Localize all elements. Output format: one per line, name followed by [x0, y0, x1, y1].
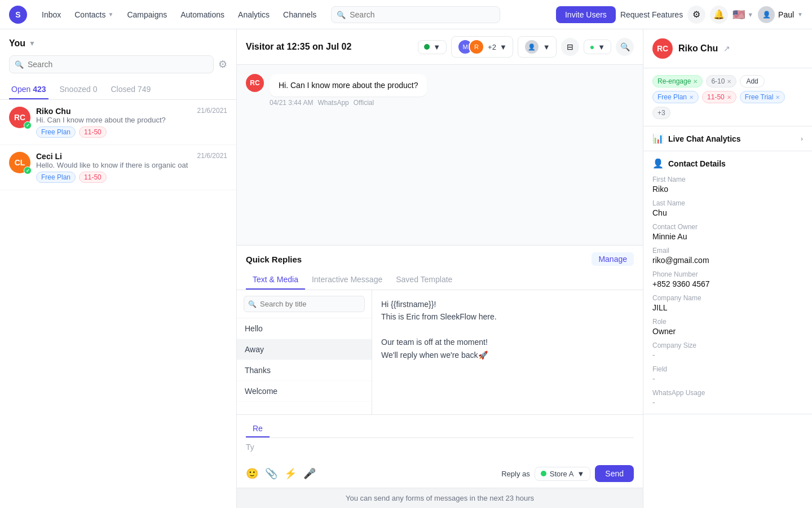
qr-tab-saved-template[interactable]: Saved Template — [389, 270, 459, 290]
owner-chip[interactable]: 👤 ▼ — [518, 36, 557, 58]
reply-tab-re[interactable]: Re — [246, 421, 270, 437]
store-selector[interactable]: Store A ▼ — [535, 467, 591, 481]
user-menu[interactable]: 👤 Paul ▼ — [758, 6, 803, 23]
nav-contacts[interactable]: Contacts ▼ — [69, 7, 119, 23]
store-dot-icon — [541, 471, 546, 476]
sidebar-search-input[interactable] — [9, 55, 214, 73]
field-email: Email riko@gmail.com — [652, 247, 803, 265]
conversation-tags: Free Plan 11-50 — [36, 172, 227, 183]
qr-tab-text-media[interactable]: Text & Media — [246, 270, 305, 290]
tag-free-trial[interactable]: Free Trial ✕ — [740, 91, 785, 103]
nav-right-actions: Invite Users Request Features ⚙ 🔔 🇺🇸 ▼ 👤… — [556, 6, 803, 24]
search-icon: 🔍 — [337, 10, 346, 19]
avatar-stack: M R — [457, 39, 484, 55]
analytics-icon: 📊 — [652, 133, 664, 144]
channel-chip[interactable]: ● ▼ — [584, 40, 611, 54]
channel-chevron: ▼ — [598, 43, 605, 51]
nav-automations[interactable]: Automations — [175, 7, 230, 23]
reply-area: Re Ty 🙂 📎 ⚡ 🎤 Reply as Store A ▼ — [237, 414, 643, 488]
attachment-icon[interactable]: 📎 — [265, 467, 277, 480]
assignee-avatar: R — [469, 39, 484, 55]
lightning-icon[interactable]: ⚡ — [284, 467, 297, 480]
emoji-icon[interactable]: 🙂 — [246, 467, 258, 480]
user-avatar: 👤 — [758, 6, 775, 23]
invite-users-button[interactable]: Invite Users — [556, 6, 616, 23]
quick-replies-search-input[interactable] — [244, 296, 365, 312]
tab-snoozed[interactable]: Snoozed 0 — [58, 80, 100, 99]
owner-avatar: 👤 — [524, 39, 540, 55]
send-button[interactable]: Send — [595, 465, 634, 482]
sidebar-header-chevron: ▼ — [29, 40, 36, 47]
message-meta: 04/21 3:44 AM WhatsApp Official — [270, 99, 427, 107]
tag-re-engage[interactable]: Re-engage ✕ — [652, 75, 703, 87]
tab-open[interactable]: Open 423 — [9, 80, 48, 99]
assignee-chip[interactable]: M R +2 ▼ — [451, 36, 513, 58]
nav-campaigns[interactable]: Campaigns — [121, 7, 173, 23]
filter-button[interactable]: ⊟ — [561, 38, 579, 56]
contact-details-label: Contact Details — [668, 159, 726, 168]
nav-inbox[interactable]: Inbox — [36, 7, 67, 23]
contact-details-title[interactable]: 👤 Contact Details — [652, 158, 803, 169]
conversation-item[interactable]: RC ✓ Riko Chu 21/6/2021 Hi. Can I know m… — [0, 100, 236, 145]
reply-footer: 🙂 📎 ⚡ 🎤 Reply as Store A ▼ Send — [246, 465, 634, 482]
conversation-list: RC ✓ Riko Chu 21/6/2021 Hi. Can I know m… — [0, 100, 236, 508]
live-chat-analytics-title[interactable]: 📊 Live Chat Analytics › — [652, 133, 803, 144]
quick-reply-item-welcome[interactable]: Welcome — [237, 381, 372, 402]
manage-quick-replies-button[interactable]: Manage — [592, 252, 634, 266]
conversation-avatar: CL ✓ — [9, 152, 30, 173]
tag-more[interactable]: +3 — [652, 107, 670, 119]
message-text: Hi. Can I know more about the product? — [279, 81, 418, 90]
settings-icon-button[interactable]: ⚙ — [687, 6, 705, 24]
conversations-sidebar: You ▼ 🔍 ⚙ Open 423 Snoozed 0 Closed 749 … — [0, 29, 237, 508]
analytics-label: Live Chat Analytics — [668, 134, 741, 143]
field-company-name: Company Name JILL — [652, 294, 803, 312]
message-avatar: RC — [246, 74, 264, 92]
nav-links: Inbox Contacts ▼ Campaigns Automations A… — [36, 7, 322, 23]
conversation-info: Ceci Li 21/6/2021 Hello. Would like to k… — [36, 152, 227, 183]
quick-reply-item-thanks[interactable]: Thanks — [237, 360, 372, 381]
quick-replies-list: 🔍 Hello Away Thanks Welcome — [237, 290, 372, 414]
quick-reply-item[interactable]: Hello — [237, 318, 372, 339]
owner-chevron: ▼ — [543, 43, 550, 51]
sidebar-header[interactable]: You ▼ — [0, 29, 236, 49]
add-tag-button[interactable]: Add — [740, 75, 764, 87]
contact-details-fields: First Name Riko Last Name Chu Contact Ow… — [652, 169, 803, 407]
message-search-button[interactable]: 🔍 — [616, 38, 634, 56]
assignee-chevron: ▼ — [500, 43, 507, 51]
tab-closed[interactable]: Closed 749 — [108, 80, 153, 99]
sidebar-search-area: 🔍 ⚙ — [0, 49, 236, 80]
language-selector[interactable]: 🇺🇸 ▼ — [732, 8, 753, 21]
conversation-date: 21/6/2021 — [197, 107, 227, 116]
tag-free-plan[interactable]: Free Plan ✕ — [652, 91, 699, 103]
analytics-arrow: › — [801, 135, 803, 143]
tag-6-10[interactable]: 6-10 ✕ — [706, 75, 736, 87]
reply-tabs: Re — [246, 421, 634, 438]
conversation-date: 21/6/2021 — [197, 152, 227, 161]
assignee-count: +2 — [488, 43, 496, 51]
user-menu-chevron: ▼ — [797, 11, 803, 17]
request-features-button[interactable]: Request Features — [620, 10, 683, 19]
tag-free-plan: Free Plan — [36, 126, 76, 138]
audio-icon[interactable]: 🎤 — [303, 467, 316, 480]
tag-11-50[interactable]: 11-50 ✕ — [702, 91, 736, 103]
nav-analytics[interactable]: Analytics — [232, 7, 275, 23]
quick-reply-item-away[interactable]: Away — [237, 339, 372, 360]
nav-channels[interactable]: Channels — [277, 7, 322, 23]
qr-tab-interactive[interactable]: Interactive Message — [305, 270, 389, 290]
field-company-size: Company Size - — [652, 341, 803, 360]
message-channel: WhatsApp — [317, 99, 348, 107]
conversation-item[interactable]: CL ✓ Ceci Li 21/6/2021 Hello. Would like… — [0, 145, 236, 190]
whatsapp-badge-icon: ✓ — [24, 121, 32, 129]
contact-name: Riko Chu — [678, 43, 718, 54]
message-date: 04/21 3:44 AM — [270, 99, 313, 107]
notifications-icon-button[interactable]: 🔔 — [710, 6, 728, 24]
external-link-icon[interactable]: ↗ — [723, 44, 730, 53]
tag-free-plan: Free Plan — [36, 172, 76, 183]
conversation-preview: Hi. Can I know more about the product? — [36, 116, 227, 124]
conversation-avatar: RC ✓ — [9, 107, 30, 128]
field-whatsapp-usage: WhatsApp Usage - — [652, 389, 803, 407]
status-chip[interactable]: ▼ — [418, 40, 447, 54]
sidebar-filter-button[interactable]: ⚙ — [218, 58, 227, 71]
reply-input[interactable]: Ty — [246, 443, 634, 461]
global-search-input[interactable] — [331, 6, 500, 23]
